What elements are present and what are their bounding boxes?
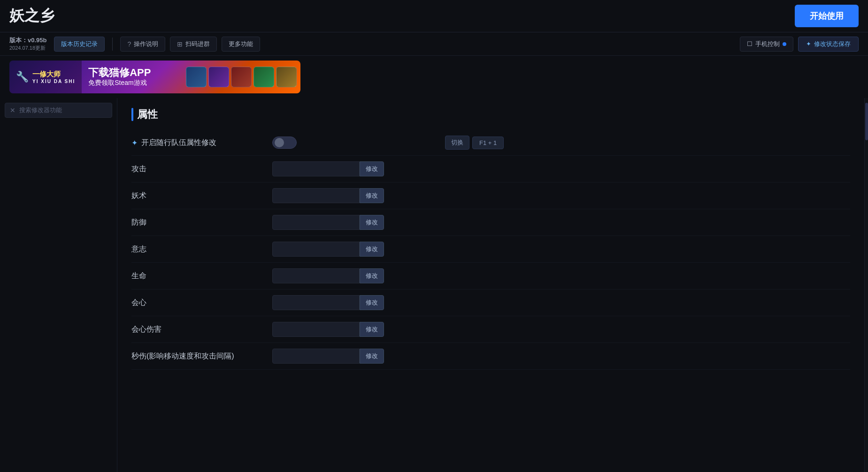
section-heading: 属性 <box>131 107 850 122</box>
feature-name-will: 意志 <box>131 244 263 254</box>
feature-row-life: 生命 修改 <box>131 263 850 289</box>
more-features-button[interactable]: 更多功能 <box>222 37 260 52</box>
feature-name-life: 生命 <box>131 271 263 281</box>
phone-control-label: 手机控制 <box>755 40 780 48</box>
feature-row-attack: 攻击 修改 <box>131 156 850 183</box>
modify-button-magic[interactable]: 修改 <box>360 188 384 203</box>
header: 妖之乡 开始使用 <box>0 0 868 32</box>
scan-group-button[interactable]: ⊞ 扫码进群 <box>170 37 217 52</box>
search-placeholder: 搜索修改器功能 <box>19 106 62 114</box>
search-bar[interactable]: ✕ 搜索修改器功能 <box>5 103 112 118</box>
sidebar: ✕ 搜索修改器功能 <box>0 98 117 472</box>
banner-logo-sub: YI XIU DA SHI <box>32 79 75 84</box>
game-icon-1 <box>186 67 207 87</box>
banner-subtext: 免费领取Steam游戏 <box>88 79 176 87</box>
feature-name-party-attr: ✦ 开启随行队伍属性修改 <box>131 138 263 148</box>
game-icon-5 <box>276 67 297 87</box>
save-state-button[interactable]: ✦ 修改状态保存 <box>798 37 859 52</box>
input-modify-crit-damage: 修改 <box>272 322 357 337</box>
header-left: 妖之乡 <box>9 6 54 26</box>
modify-button-defense[interactable]: 修改 <box>360 215 384 230</box>
input-modify-attack: 修改 <box>272 161 357 176</box>
start-button[interactable]: 开始使用 <box>795 5 859 27</box>
input-crit[interactable] <box>272 295 360 310</box>
feature-row-crit-damage: 会心伤害 修改 <box>131 316 850 343</box>
game-icon-4 <box>253 67 274 87</box>
phone-icon: ☐ <box>747 40 753 47</box>
toolbar-divider <box>112 38 113 51</box>
version-history-button[interactable]: 版本历史记录 <box>54 37 105 52</box>
input-modify-will: 修改 <box>272 242 357 257</box>
modify-button-life[interactable]: 修改 <box>360 268 384 283</box>
banner-games <box>182 61 300 93</box>
feature-name-crit-damage: 会心伤害 <box>131 325 263 335</box>
input-modify-life: 修改 <box>272 268 357 283</box>
wrench-icon: 🔧 <box>16 71 29 83</box>
more-features-label: 更多功能 <box>229 40 253 48</box>
phone-control-button[interactable]: ☐ 手机控制 <box>740 37 793 52</box>
phone-status-dot <box>783 42 786 46</box>
input-speed[interactable] <box>272 349 360 364</box>
scrollbar-thumb[interactable] <box>865 103 868 140</box>
input-crit-damage[interactable] <box>272 322 360 337</box>
feature-row-magic: 妖术 修改 <box>131 183 850 209</box>
banner-logo: 🔧 一修大师 YI XIU DA SHI <box>9 61 82 93</box>
modify-button-speed[interactable]: 修改 <box>360 349 384 364</box>
feature-row-defense: 防御 修改 <box>131 209 850 236</box>
modify-button-will[interactable]: 修改 <box>360 242 384 257</box>
input-attack[interactable] <box>272 161 360 176</box>
sparkle-save-icon: ✦ <box>806 40 811 47</box>
shortcut-area-party-attr: 切换 F1 + 1 <box>445 136 504 150</box>
search-icon: ✕ <box>10 107 15 114</box>
input-modify-speed: 修改 <box>272 349 357 364</box>
banner-area: 🔧 一修大师 YI XIU DA SHI 下载猫修APP 免费领取Steam游戏 <box>0 56 868 98</box>
feature-name-magic: 妖术 <box>131 191 263 201</box>
input-life[interactable] <box>272 268 360 283</box>
modify-button-crit-damage[interactable]: 修改 <box>360 322 384 337</box>
modify-button-attack[interactable]: 修改 <box>360 161 384 176</box>
game-icon-3 <box>231 67 252 87</box>
qr-icon: ⊞ <box>177 40 183 48</box>
version-number: 版本：v0.95b <box>9 36 46 45</box>
ops-manual-label: 操作说明 <box>134 40 158 48</box>
version-info: 版本：v0.95b 2024.07.18更新 <box>9 36 46 52</box>
shortcut-key-party-attr: F1 + 1 <box>472 137 504 149</box>
input-defense[interactable] <box>272 215 360 230</box>
feature-name-crit: 会心 <box>131 298 263 308</box>
section-title: 属性 <box>137 107 158 122</box>
scrollbar[interactable] <box>864 98 868 472</box>
game-icon-2 <box>208 67 229 87</box>
input-magic[interactable] <box>272 188 360 203</box>
feature-name-attack: 攻击 <box>131 164 263 174</box>
input-modify-crit: 修改 <box>272 295 357 310</box>
scan-group-label: 扫码进群 <box>185 40 210 48</box>
banner-logo-main: 一修大师 <box>32 70 75 79</box>
modify-button-crit[interactable]: 修改 <box>360 295 384 310</box>
input-will[interactable] <box>272 242 360 257</box>
sparkle-icon: ✦ <box>131 138 138 147</box>
banner-body: 下载猫修APP 免费领取Steam游戏 <box>82 67 182 87</box>
toolbar: 版本：v0.95b 2024.07.18更新 版本历史记录 ? 操作说明 ⊞ 扫… <box>0 32 868 56</box>
ops-manual-button[interactable]: ? 操作说明 <box>120 37 165 52</box>
feature-row-party-attr: ✦ 开启随行队伍属性修改 切换 F1 + 1 <box>131 130 850 156</box>
question-icon: ? <box>127 40 131 48</box>
toggle-party-attr[interactable] <box>272 137 297 149</box>
ad-banner[interactable]: 🔧 一修大师 YI XIU DA SHI 下载猫修APP 免费领取Steam游戏 <box>9 61 300 93</box>
switch-button-party-attr[interactable]: 切换 <box>445 136 469 150</box>
main-layout: ✕ 搜索修改器功能 属性 ✦ 开启随行队伍属性修改 切换 F1 + 1 <box>0 98 868 472</box>
feature-controls-party-attr: 切换 F1 + 1 <box>272 136 504 150</box>
app-title: 妖之乡 <box>9 6 54 26</box>
content-area: 属性 ✦ 开启随行队伍属性修改 切换 F1 + 1 攻击 <box>117 98 864 472</box>
feature-label-party-attr: 开启随行队伍属性修改 <box>141 138 216 148</box>
save-state-label: 修改状态保存 <box>814 40 851 48</box>
section-bar <box>131 108 133 121</box>
input-modify-defense: 修改 <box>272 215 357 230</box>
feature-name-speed: 秒伤(影响移动速度和攻击间隔) <box>131 351 263 361</box>
feature-name-defense: 防御 <box>131 218 263 228</box>
toggle-knob <box>275 138 284 147</box>
feature-row-speed: 秒伤(影响移动速度和攻击间隔) 修改 <box>131 343 850 370</box>
feature-row-crit: 会心 修改 <box>131 289 850 316</box>
banner-headline: 下载猫修APP <box>88 67 176 79</box>
feature-row-will: 意志 修改 <box>131 236 850 263</box>
input-modify-magic: 修改 <box>272 188 357 203</box>
